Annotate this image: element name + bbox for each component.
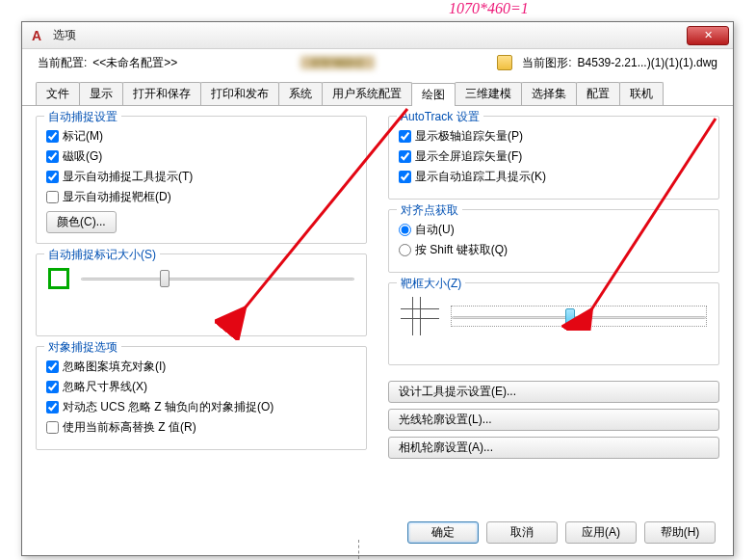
chk-dyn-ucs[interactable]: 对动态 UCS 忽略 Z 轴负向的对象捕捉(O)	[46, 399, 356, 415]
marker-size-slider[interactable]	[81, 268, 354, 289]
rdo-shift[interactable]: 按 Shift 键获取(Q)	[399, 242, 709, 258]
overlay-text: 1070*460=1	[449, 0, 529, 17]
tab-plot-publish[interactable]: 打印和发布	[200, 82, 279, 105]
rdo-auto[interactable]: 自动(U)	[399, 222, 709, 238]
chk-magnet[interactable]: 磁吸(G)	[46, 148, 356, 165]
legend-alignment: 对齐点获取	[397, 202, 462, 219]
legend-osnap-options: 对象捕捉选项	[44, 339, 121, 356]
tab-system[interactable]: 系统	[278, 82, 323, 105]
profile-row: 当前配置: <<未命名配置>> 876*460=2 当前图形: B4539-2.…	[22, 49, 733, 72]
group-aperture-size: 靶框大小(Z)	[388, 282, 719, 365]
options-dialog: A 选项 ✕ 当前配置: <<未命名配置>> 876*460=2 当前图形: B…	[21, 21, 734, 556]
design-tooltip-button[interactable]: 设计工具提示设置(E)...	[388, 381, 719, 403]
current-drawing-value: B4539-2.21...)(1)(1)(1).dwg	[578, 56, 717, 69]
tab-selection[interactable]: 选择集	[521, 82, 577, 105]
dialog-title: 选项	[53, 27, 687, 43]
tab-drafting[interactable]: 绘图	[411, 83, 456, 106]
legend-marker-size: 自动捕捉标记大小(S)	[44, 247, 160, 263]
tab-3d-modeling[interactable]: 三维建模	[455, 82, 522, 105]
chk-ignore-hatch[interactable]: 忽略图案填充对象(I)	[46, 359, 356, 375]
group-marker-size: 自动捕捉标记大小(S)	[36, 253, 367, 336]
app-icon: A	[32, 28, 47, 43]
group-osnap-options: 对象捕捉选项 忽略图案填充对象(I) 忽略尺寸界线(X) 对动态 UCS 忽略 …	[36, 346, 367, 450]
chk-polar-vector[interactable]: 显示极轴追踪矢量(P)	[399, 128, 709, 145]
help-button[interactable]: 帮助(H)	[644, 521, 716, 544]
color-button[interactable]: 颜色(C)...	[46, 211, 117, 233]
chk-snap-tooltip[interactable]: 显示自动捕捉工具提示(T)	[46, 169, 356, 185]
legend-autotrack: AutoTrack 设置	[397, 109, 483, 125]
bg-line	[358, 540, 359, 559]
legend-autosnap: 自动捕捉设置	[44, 109, 121, 125]
apply-button[interactable]: 应用(A)	[565, 521, 637, 544]
cancel-button[interactable]: 取消	[486, 521, 558, 544]
tab-display[interactable]: 显示	[79, 82, 123, 105]
dialog-buttons: 确定 取消 应用(A) 帮助(H)	[407, 521, 716, 544]
chk-ignore-dim[interactable]: 忽略尺寸界线(X)	[46, 379, 356, 395]
aperture-preview-icon	[401, 297, 439, 335]
tab-panel: 自动捕捉设置 标记(M) 磁吸(G) 显示自动捕捉工具提示(T) 显示自动捕捉靶…	[22, 106, 733, 530]
tab-file[interactable]: 文件	[36, 82, 80, 105]
tab-open-save[interactable]: 打开和保存	[122, 82, 201, 105]
blurred-label: 876*460=2	[300, 56, 376, 69]
tab-user-prefs[interactable]: 用户系统配置	[322, 82, 412, 105]
title-bar: A 选项 ✕	[22, 22, 733, 49]
camera-glyph-button[interactable]: 相机轮廓设置(A)...	[388, 437, 719, 459]
chk-fullscreen-vector[interactable]: 显示全屏追踪矢量(F)	[399, 148, 709, 165]
ok-button[interactable]: 确定	[407, 521, 479, 544]
chk-snap-aperture[interactable]: 显示自动捕捉靶框(D)	[46, 189, 356, 205]
current-profile-label: 当前配置:	[38, 55, 87, 71]
tab-profiles[interactable]: 配置	[576, 82, 620, 105]
marker-preview-icon	[48, 268, 69, 289]
current-profile-value: <<未命名配置>>	[92, 55, 177, 71]
tab-strip: 文件 显示 打开和保存 打印和发布 系统 用户系统配置 绘图 三维建模 选择集 …	[22, 76, 733, 106]
light-glyph-button[interactable]: 光线轮廓设置(L)...	[388, 409, 719, 431]
aperture-size-slider[interactable]	[451, 306, 707, 327]
drawing-icon	[497, 55, 512, 70]
chk-use-elev[interactable]: 使用当前标高替换 Z 值(R)	[46, 419, 356, 436]
group-autosnap-settings: 自动捕捉设置 标记(M) 磁吸(G) 显示自动捕捉工具提示(T) 显示自动捕捉靶…	[36, 116, 367, 244]
current-drawing-label: 当前图形:	[522, 55, 571, 71]
chk-marker[interactable]: 标记(M)	[46, 128, 356, 145]
group-alignment-point: 对齐点获取 自动(U) 按 Shift 键获取(Q)	[388, 209, 719, 273]
legend-aperture: 靶框大小(Z)	[397, 276, 465, 292]
chk-track-tooltip[interactable]: 显示自动追踪工具提示(K)	[399, 169, 709, 185]
tab-online[interactable]: 联机	[619, 82, 664, 105]
group-autotrack: AutoTrack 设置 显示极轴追踪矢量(P) 显示全屏追踪矢量(F) 显示自…	[388, 116, 719, 200]
close-button[interactable]: ✕	[687, 26, 729, 45]
